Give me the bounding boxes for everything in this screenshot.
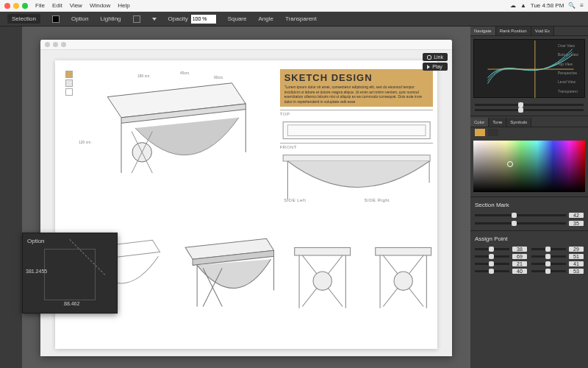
play-icon [427, 65, 430, 69]
assign-val-2: 29 [569, 247, 584, 252]
nav-top[interactable]: Top View [558, 62, 583, 66]
left-toolbar [0, 26, 22, 368]
sketch-title: SKETCH DESIGN [284, 72, 429, 83]
menu-file[interactable]: File [35, 2, 45, 9]
color-picker[interactable] [473, 141, 585, 192]
info-column: SKETCH DESIGN "Lorem ipsum dolor sit ame… [280, 69, 433, 194]
nav-perspective[interactable]: Perspective [558, 71, 583, 75]
assign-slider-7[interactable] [475, 270, 509, 272]
menu-icon[interactable]: ≡ [580, 2, 584, 9]
chevron-down-icon[interactable] [152, 18, 157, 21]
isometric-drawing [64, 69, 276, 194]
views-bottom-row: SIDE Left SIDE Right [64, 198, 433, 344]
tab-symbols[interactable]: Symbols [506, 118, 531, 127]
nav-slider-2[interactable] [475, 109, 584, 111]
assign-slider-1[interactable] [475, 248, 509, 250]
nav-transparent[interactable]: Transparent [558, 89, 583, 93]
menu-view[interactable]: View [70, 2, 82, 9]
navigator-graph[interactable]: Over View Bottom View Top View Perspecti… [473, 39, 585, 98]
transform-preview[interactable] [44, 249, 96, 300]
tab-color[interactable]: Color [470, 118, 489, 127]
opt-angle[interactable]: Angle [258, 15, 273, 22]
zoom-icon[interactable] [22, 3, 28, 9]
section-val-2: 35 [569, 221, 584, 226]
swatch-2[interactable] [65, 79, 73, 87]
assign-slider-8[interactable] [531, 270, 566, 272]
svg-point-17 [394, 272, 412, 290]
dim-height-label: 120 cm. [79, 140, 92, 144]
foreground-background-swatches [470, 127, 588, 138]
nav-bottom[interactable]: Bottom View [558, 52, 583, 57]
view-isometric: 180 cm. 45cm. 90cm. 120 cm. [64, 69, 276, 194]
assign-slider-5[interactable] [475, 263, 509, 265]
opt-lighting[interactable]: Lighting [101, 15, 121, 22]
menu-edit[interactable]: Edit [52, 2, 62, 9]
fill-swatch-icon[interactable] [52, 15, 60, 23]
wifi-icon[interactable]: ▲ [520, 2, 526, 9]
assign-val-3: 69 [512, 254, 527, 259]
section-mark-title: Section Mark [470, 199, 588, 210]
tool-selection[interactable]: Selection [7, 14, 40, 24]
doc-window-chrome [40, 40, 452, 50]
navigator-sliders [470, 101, 588, 114]
opt-square[interactable]: Square [228, 15, 247, 22]
assign-slider-6[interactable] [531, 263, 566, 265]
app-option-bar: Selection Option Lighting Opacity Square… [0, 12, 588, 26]
assign-slider-2[interactable] [531, 248, 566, 250]
tab-rank-position[interactable]: Rank Position [496, 26, 531, 35]
search-icon[interactable]: 🔍 [568, 2, 576, 9]
assign-point-sliders: 38 29 69 51 21 41 40 53 [470, 244, 588, 277]
navigator-view-list: Over View Bottom View Top View Perspecti… [558, 41, 583, 96]
material-swatches [65, 71, 73, 96]
color-tabs: Color Tone Symbols [470, 118, 588, 127]
mac-menu-items: File Edit View Window Help [35, 2, 130, 9]
dim-depth-label: 90cm. [214, 75, 224, 79]
opt-option[interactable]: Option [71, 15, 89, 22]
tab-void-ex[interactable]: Void Ex [531, 26, 554, 35]
view-iso-shaded [171, 198, 282, 344]
assign-val-1: 38 [512, 247, 527, 252]
fg-swatch[interactable] [475, 129, 485, 136]
menu-help[interactable]: Help [118, 2, 129, 9]
swatch-3[interactable] [65, 88, 73, 96]
assign-val-8: 53 [569, 269, 584, 274]
view-front: FRONT [280, 143, 433, 204]
dim-inset-label: 45cm. [180, 71, 190, 75]
swatch-1[interactable] [65, 71, 73, 78]
view-side-left: SIDE Left [284, 198, 361, 344]
link-button[interactable]: Link [423, 53, 448, 61]
opacity-label: Opacity [168, 15, 188, 22]
square-icon[interactable] [133, 15, 140, 23]
cloud-icon[interactable]: ☁ [510, 2, 516, 9]
view-top: TOP [280, 110, 433, 140]
assign-slider-3[interactable] [475, 255, 509, 258]
opacity-input[interactable] [191, 15, 216, 24]
view-side-right: SIDE Right [365, 198, 442, 344]
tab-tone[interactable]: Tone [489, 118, 506, 127]
tab-navigate[interactable]: Navigate [470, 26, 496, 35]
mac-menubar: File Edit View Window Help ☁ ▲ Tue 4:58 … [0, 0, 588, 12]
nav-level[interactable]: Level View [558, 79, 583, 84]
section-slider-2[interactable] [475, 222, 566, 224]
svg-rect-5 [283, 155, 430, 161]
section-val-1: 42 [569, 213, 584, 218]
nav-slider-1[interactable] [475, 104, 584, 106]
assign-slider-4[interactable] [531, 255, 566, 258]
menu-window[interactable]: Window [90, 2, 110, 9]
close-icon[interactable] [4, 3, 10, 9]
assign-val-7: 40 [512, 269, 527, 274]
nav-overview[interactable]: Over View [558, 43, 583, 48]
window-traffic-lights [4, 3, 28, 9]
opt-transparent[interactable]: Transparent [285, 15, 317, 22]
minimize-icon[interactable] [13, 3, 19, 9]
assign-val-4: 51 [569, 254, 584, 259]
clock: Tue 4:58 PM [531, 2, 564, 9]
bg-swatch[interactable] [488, 129, 498, 136]
svg-point-13 [313, 272, 331, 290]
section-slider-1[interactable] [475, 214, 566, 216]
svg-rect-3 [283, 122, 430, 139]
navigator-tabs: Navigate Rank Position Void Ex [470, 26, 588, 36]
play-button[interactable]: Play [423, 63, 448, 71]
float-option-panel[interactable]: Option 381.2455 88.462 [22, 233, 118, 314]
color-cursor-icon[interactable] [507, 161, 513, 167]
